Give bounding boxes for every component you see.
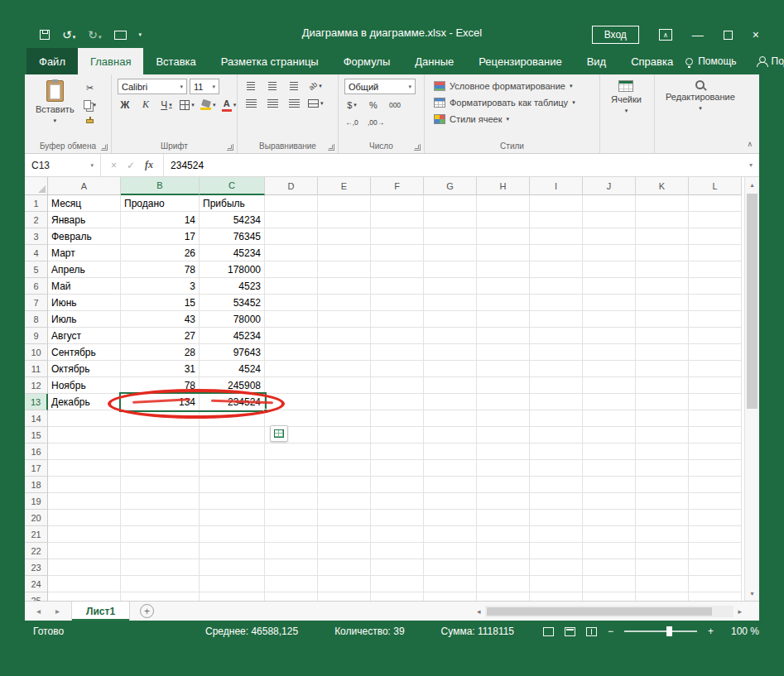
- formula-input[interactable]: 234524: [164, 154, 743, 176]
- cell-D8[interactable]: [265, 311, 318, 328]
- cell-D9[interactable]: [265, 328, 318, 344]
- touch-mode-icon[interactable]: [114, 31, 127, 40]
- tab-insert[interactable]: Вставка: [143, 48, 208, 74]
- cell-A16[interactable]: [48, 443, 121, 460]
- tab-page-layout[interactable]: Разметка страницы: [209, 48, 331, 74]
- cell-L12[interactable]: [689, 377, 742, 394]
- cell-H21[interactable]: [477, 526, 530, 543]
- cell-A18[interactable]: [48, 477, 121, 493]
- cell-G12[interactable]: [424, 377, 477, 394]
- cell-K7[interactable]: [636, 295, 689, 311]
- cell-B4[interactable]: 26: [121, 245, 200, 261]
- cell-A25[interactable]: [48, 592, 121, 601]
- cell-G10[interactable]: [424, 344, 477, 361]
- cell-G6[interactable]: [424, 278, 477, 295]
- cell-L14[interactable]: [689, 410, 742, 427]
- cell-D6[interactable]: [265, 278, 318, 295]
- cell-H2[interactable]: [477, 212, 530, 228]
- cell-C16[interactable]: [200, 443, 265, 460]
- zoom-level[interactable]: 100 %: [731, 626, 759, 637]
- cell-F1[interactable]: [371, 195, 424, 212]
- cell-C4[interactable]: 45234: [200, 245, 265, 261]
- italic-button[interactable]: К: [138, 98, 153, 112]
- editing-button[interactable]: Редактирование ▾: [661, 79, 740, 138]
- cell-C6[interactable]: 4523: [200, 278, 265, 295]
- cell-D14[interactable]: [265, 410, 318, 427]
- cell-F7[interactable]: [371, 295, 424, 311]
- cell-H8[interactable]: [477, 311, 530, 328]
- cell-A21[interactable]: [48, 526, 121, 543]
- cell-D24[interactable]: [265, 576, 318, 592]
- cell-F3[interactable]: [371, 228, 424, 245]
- zoom-out-icon[interactable]: −: [608, 626, 613, 637]
- align-left-button[interactable]: [243, 96, 258, 110]
- font-size-combo[interactable]: 11 ▾: [190, 79, 219, 94]
- cell-F18[interactable]: [371, 477, 424, 493]
- column-header-B[interactable]: B: [121, 177, 200, 195]
- cell-C1[interactable]: Прибыль: [200, 195, 265, 212]
- cell-D11[interactable]: [265, 361, 318, 377]
- cell-J17[interactable]: [583, 460, 636, 477]
- cell-B25[interactable]: [121, 592, 200, 601]
- cell-J11[interactable]: [583, 361, 636, 377]
- cell-E17[interactable]: [318, 460, 371, 477]
- cell-I18[interactable]: [530, 477, 583, 493]
- cell-L15[interactable]: [689, 427, 742, 443]
- cell-H20[interactable]: [477, 510, 530, 526]
- cell-F4[interactable]: [371, 245, 424, 261]
- cell-J14[interactable]: [583, 410, 636, 427]
- cell-G14[interactable]: [424, 410, 477, 427]
- cell-D22[interactable]: [265, 543, 318, 559]
- cell-A6[interactable]: Май: [48, 278, 121, 295]
- cell-L2[interactable]: [689, 212, 742, 228]
- cell-J9[interactable]: [583, 328, 636, 344]
- cell-J21[interactable]: [583, 526, 636, 543]
- tab-review[interactable]: Рецензирование: [466, 48, 574, 74]
- cell-I6[interactable]: [530, 278, 583, 295]
- cell-E22[interactable]: [318, 543, 371, 559]
- cell-H11[interactable]: [477, 361, 530, 377]
- cell-C22[interactable]: [200, 543, 265, 559]
- cell-A9[interactable]: Август: [48, 328, 121, 344]
- cell-E19[interactable]: [318, 493, 371, 510]
- cell-E4[interactable]: [318, 245, 371, 261]
- number-dialog-launcher-icon[interactable]: [414, 144, 421, 151]
- align-center-button[interactable]: [265, 96, 280, 110]
- row-header-17[interactable]: 17: [25, 460, 48, 477]
- cell-D21[interactable]: [265, 526, 318, 543]
- cell-K2[interactable]: [636, 212, 689, 228]
- horizontal-scrollbar-thumb[interactable]: [487, 607, 713, 616]
- cell-F16[interactable]: [371, 443, 424, 460]
- cell-K6[interactable]: [636, 278, 689, 295]
- cell-K24[interactable]: [636, 576, 689, 592]
- cell-F17[interactable]: [371, 460, 424, 477]
- row-header-8[interactable]: 8: [25, 311, 48, 328]
- cell-C20[interactable]: [200, 510, 265, 526]
- cell-C19[interactable]: [200, 493, 265, 510]
- tab-help[interactable]: Справка: [618, 48, 685, 74]
- cell-K15[interactable]: [636, 427, 689, 443]
- row-header-21[interactable]: 21: [25, 526, 48, 543]
- cell-F22[interactable]: [371, 543, 424, 559]
- cell-C5[interactable]: 178000: [200, 261, 265, 278]
- cell-J25[interactable]: [583, 592, 636, 601]
- cell-H23[interactable]: [477, 559, 530, 576]
- cell-C8[interactable]: 78000: [200, 311, 265, 328]
- sheet-nav-right-icon[interactable]: ▸: [55, 606, 60, 616]
- column-header-K[interactable]: K: [636, 177, 689, 195]
- cell-K9[interactable]: [636, 328, 689, 344]
- cell-L11[interactable]: [689, 361, 742, 377]
- cell-K5[interactable]: [636, 261, 689, 278]
- cell-H19[interactable]: [477, 493, 530, 510]
- cell-B16[interactable]: [121, 443, 200, 460]
- cell-E12[interactable]: [318, 377, 371, 394]
- cell-L6[interactable]: [689, 278, 742, 295]
- cell-D16[interactable]: [265, 443, 318, 460]
- align-bottom-button[interactable]: [286, 79, 301, 93]
- share-button[interactable]: Поделиться: [757, 55, 784, 67]
- cell-G15[interactable]: [424, 427, 477, 443]
- cell-I21[interactable]: [530, 526, 583, 543]
- cell-A19[interactable]: [48, 493, 121, 510]
- cell-G21[interactable]: [424, 526, 477, 543]
- cell-E6[interactable]: [318, 278, 371, 295]
